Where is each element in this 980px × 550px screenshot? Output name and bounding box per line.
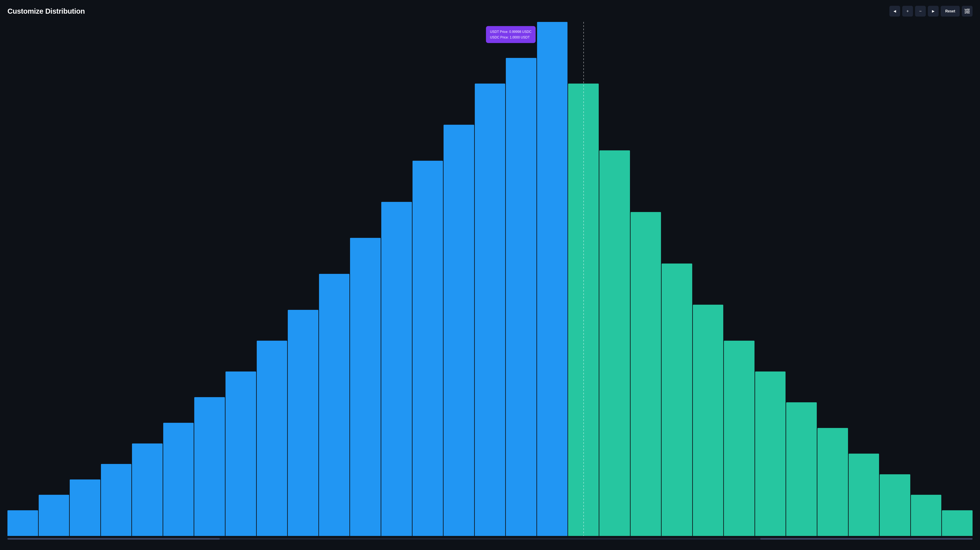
bar-wrapper: [226, 22, 256, 536]
minus-button[interactable]: −: [915, 6, 926, 17]
bar-19: [599, 150, 630, 536]
bar-14: [444, 125, 474, 536]
bar-2: [70, 480, 100, 536]
bar-wrapper: [475, 22, 506, 536]
bar-16: [506, 58, 536, 536]
bar-wrapper: [880, 22, 910, 536]
bar-28: [880, 474, 910, 536]
bar-wrapper: [101, 22, 132, 536]
bar-6: [194, 397, 225, 536]
bar-wrapper: [911, 22, 942, 536]
bar-wrapper: [818, 22, 848, 536]
bar-wrapper: [381, 22, 412, 536]
bar-wrapper: [288, 22, 318, 536]
bar-wrapper: [8, 22, 38, 536]
bar-wrapper: [631, 22, 661, 536]
bar-wrapper: [506, 22, 536, 536]
scrollbar-thumb-left[interactable]: [8, 538, 220, 540]
bar-30: [942, 510, 972, 536]
bar-27: [849, 454, 879, 536]
bar-13: [412, 161, 443, 536]
bar-wrapper: [132, 22, 162, 536]
filter-button[interactable]: [962, 6, 972, 17]
bar-20: [631, 212, 661, 536]
bar-wrapper: [444, 22, 474, 536]
page-title: Customize Distribution: [8, 7, 85, 15]
bar-1: [39, 495, 69, 536]
bar-26: [818, 428, 848, 536]
bar-21: [662, 264, 692, 536]
chart-area: USDT Price: 0.99998 USDC USDC Price: 1.0…: [0, 20, 980, 550]
reset-button[interactable]: Reset: [941, 6, 960, 17]
plus-button[interactable]: +: [902, 6, 913, 17]
bar-wrapper: [724, 22, 754, 536]
bar-17: [537, 22, 568, 536]
bar-wrapper: [350, 22, 381, 536]
scrollbar-thumb-right[interactable]: [760, 538, 972, 540]
bar-wrapper: [942, 22, 972, 536]
bar-8: [257, 341, 287, 536]
bar-15: [475, 84, 506, 536]
bar-24: [755, 372, 786, 536]
bar-3: [101, 464, 132, 536]
bar-7: [226, 372, 256, 536]
prev-button[interactable]: ◄: [889, 6, 900, 17]
histogram[interactable]: [8, 22, 972, 536]
bar-12: [381, 202, 412, 536]
bar-wrapper: [537, 22, 568, 536]
next-button[interactable]: ►: [928, 6, 939, 17]
scrollbar-track[interactable]: [8, 538, 972, 540]
svg-point-4: [968, 10, 969, 12]
bar-5: [163, 423, 194, 536]
bar-wrapper: [568, 22, 599, 536]
bar-wrapper: [849, 22, 879, 536]
bar-wrapper: [412, 22, 443, 536]
bar-wrapper: [257, 22, 287, 536]
bar-4: [132, 443, 162, 536]
bar-wrapper: [599, 22, 630, 536]
svg-point-5: [966, 12, 967, 13]
bar-29: [911, 495, 942, 536]
bar-25: [786, 402, 817, 536]
bar-9: [288, 310, 318, 536]
svg-point-3: [965, 9, 967, 10]
bar-wrapper: [319, 22, 350, 536]
bar-11: [350, 238, 381, 536]
bar-18: [568, 84, 599, 536]
bar-wrapper: [755, 22, 786, 536]
bar-23: [724, 341, 754, 536]
bar-wrapper: [662, 22, 692, 536]
bar-wrapper: [39, 22, 69, 536]
bar-wrapper: [70, 22, 100, 536]
bar-22: [693, 305, 724, 536]
bar-wrapper: [786, 22, 817, 536]
bar-wrapper: [194, 22, 225, 536]
bar-wrapper: [163, 22, 194, 536]
toolbar: ◄ + − ► Reset: [889, 6, 972, 17]
header: Customize Distribution ◄ + − ► Reset: [0, 0, 980, 20]
bar-0: [8, 510, 38, 536]
bar-10: [319, 274, 350, 536]
bar-wrapper: [693, 22, 724, 536]
